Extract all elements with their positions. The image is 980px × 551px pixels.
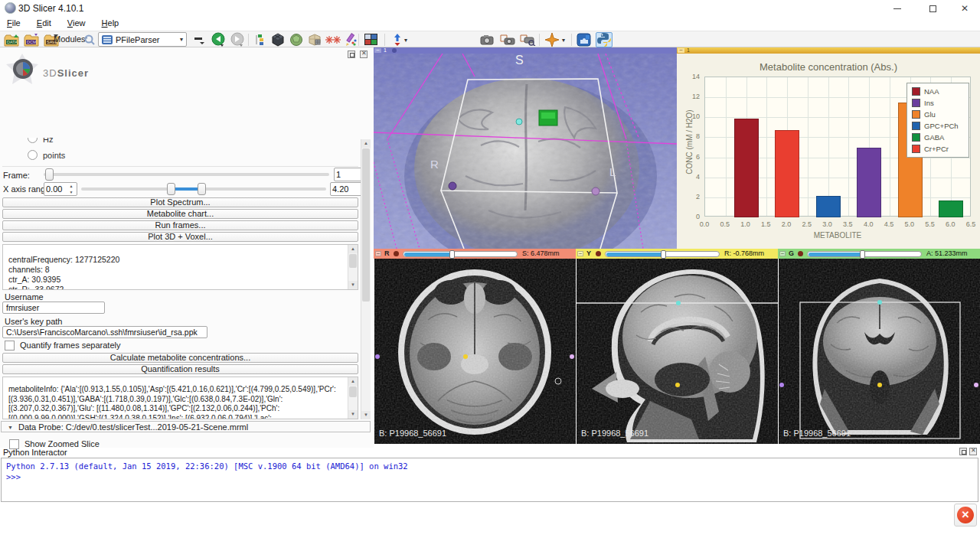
- slice-controller-red[interactable]: – R S: 6.478mm: [374, 249, 576, 259]
- radio-points[interactable]: [28, 150, 38, 160]
- close-panel-icon[interactable]: [360, 51, 368, 58]
- slice-offset-slider[interactable]: [605, 251, 720, 257]
- extensions-icon[interactable]: [576, 32, 593, 47]
- viewers-icon[interactable]: [389, 32, 406, 47]
- module-icon: [102, 35, 113, 44]
- forward-icon[interactable]: [229, 32, 246, 47]
- xaxis-max-input[interactable]: [332, 184, 358, 194]
- window-restore-button[interactable]: [917, 0, 948, 17]
- slice-offset-slider[interactable]: [807, 251, 922, 257]
- view-3d-header[interactable]: – 1: [374, 47, 677, 54]
- radio-points-label: points: [43, 151, 65, 160]
- undock-console-icon[interactable]: [959, 448, 967, 455]
- markups-icon[interactable]: [325, 32, 341, 47]
- quantification-results-button[interactable]: Quantification results: [2, 364, 358, 374]
- radio-row-hz[interactable]: Hz: [0, 138, 345, 147]
- python-console[interactable]: Python 2.7.13 (default, Jan 15 2019, 22:…: [1, 458, 978, 502]
- username-input[interactable]: [2, 302, 105, 314]
- undock-panel-icon[interactable]: [348, 51, 355, 58]
- view-3d-canvas[interactable]: S R L: [374, 54, 677, 249]
- collapse-view-icon[interactable]: –: [375, 251, 381, 256]
- xaxis-range-handle-low[interactable]: [167, 183, 175, 195]
- metabolite-info-textbox[interactable]: metaboliteInfo: {'Ala':[(0.913,1.55,0.10…: [2, 377, 358, 419]
- module-selector-combobox[interactable]: PFileParser ▾: [98, 32, 187, 47]
- load-dicom-icon[interactable]: DCM: [23, 32, 40, 47]
- subject-hierarchy-icon[interactable]: [253, 32, 270, 47]
- legend-label: GPC+PCh: [924, 122, 959, 130]
- plot-3d-voxel-button[interactable]: Plot 3D + Voxel...: [2, 232, 358, 242]
- xaxis-min-spinbox[interactable]: ▲▼: [44, 182, 77, 196]
- window-minimize-button[interactable]: [882, 0, 913, 17]
- pin-icon[interactable]: [596, 251, 601, 256]
- chart-view-header[interactable]: – 1: [677, 47, 980, 54]
- slice-view-coronal[interactable]: B: P19968_56691: [779, 259, 980, 444]
- legend-entry: Glu: [912, 109, 964, 120]
- layout-selector-icon[interactable]: [363, 32, 380, 47]
- toolbar-separator: [384, 34, 385, 46]
- pin-icon[interactable]: [798, 251, 803, 256]
- radio-hz[interactable]: [28, 138, 38, 143]
- pin-icon[interactable]: [394, 251, 399, 256]
- radio-row-points[interactable]: points: [0, 150, 345, 162]
- menu-edit[interactable]: Edit: [30, 17, 58, 29]
- python-console-icon[interactable]: [596, 32, 612, 47]
- info-scrollbar[interactable]: ▲ ▼: [348, 245, 358, 289]
- xaxis-min-input[interactable]: [46, 184, 66, 194]
- xaxis-range-handle-high[interactable]: [198, 183, 206, 195]
- collapse-view-icon[interactable]: –: [678, 48, 684, 53]
- chart-view[interactable]: – 1 Metabolite concentration (Abs.) 0.00…: [677, 47, 980, 249]
- frame-slider-handle[interactable]: [45, 168, 54, 181]
- menu-help[interactable]: Help: [95, 17, 126, 29]
- metabolite-info-scrollbar[interactable]: ▲ ▼: [348, 377, 358, 419]
- close-console-icon[interactable]: [969, 448, 977, 455]
- collapse-view-icon[interactable]: –: [779, 251, 786, 256]
- slice-offset-slider[interactable]: [403, 251, 518, 257]
- x-tick-label: 6.5: [966, 220, 976, 228]
- frame-value-input[interactable]: [336, 169, 358, 180]
- xaxis-range-slider[interactable]: [81, 183, 326, 195]
- panel-scrollbar[interactable]: ▲ ▼: [361, 139, 371, 419]
- x-tick-label: 5.5: [925, 220, 935, 228]
- chevron-down-icon[interactable]: ▾: [404, 37, 407, 44]
- close-python-button[interactable]: ✕: [954, 504, 977, 527]
- run-frames-button[interactable]: Run frames...: [2, 220, 358, 230]
- back-icon[interactable]: [210, 32, 227, 47]
- module-history-icon[interactable]: [191, 32, 208, 47]
- load-data-icon[interactable]: DATA: [3, 32, 20, 47]
- models-icon[interactable]: [288, 32, 305, 47]
- pin-icon[interactable]: [392, 48, 397, 53]
- legend-swatch: [912, 133, 920, 142]
- chevron-down-icon[interactable]: ▾: [562, 37, 565, 44]
- menu-view[interactable]: View: [60, 17, 93, 29]
- slice-view-axial[interactable]: B: P19968_56691: [374, 259, 576, 444]
- annotations-icon[interactable]: [341, 32, 358, 47]
- radio-hz-label: Hz: [43, 138, 53, 144]
- crosshair-icon[interactable]: [544, 32, 560, 47]
- frame-slider[interactable]: [44, 168, 329, 181]
- quantify-checkbox-label: Quantify frames separately: [20, 341, 120, 350]
- calculate-concentrations-button[interactable]: Calculate metabolite concentrations...: [2, 353, 358, 363]
- sceneview-restore-icon[interactable]: [519, 32, 536, 47]
- volumes-icon[interactable]: [306, 32, 323, 47]
- metabolite-chart-button[interactable]: Metabolite chart...: [2, 209, 358, 219]
- sample-data-icon[interactable]: [270, 32, 286, 47]
- screenshot-icon[interactable]: [479, 32, 496, 47]
- slice-view-sagittal[interactable]: B: P19968_56691: [577, 259, 778, 444]
- slice-letter: G: [789, 249, 794, 257]
- legend-swatch: [912, 145, 920, 153]
- collapse-view-icon[interactable]: –: [577, 251, 583, 256]
- collapse-view-icon[interactable]: –: [374, 48, 381, 53]
- menu-file[interactable]: File: [0, 17, 28, 29]
- sceneview-camera-icon[interactable]: [499, 32, 516, 47]
- data-probe-collapsible[interactable]: ▼ Data Probe: C:/dev/0.test/slicerTest..…: [1, 421, 371, 432]
- slice-controller-green[interactable]: – G A: 51.233mm: [778, 249, 980, 259]
- header-info-textbox[interactable]: centralFrequency: 1277125220 channels: 8…: [2, 244, 358, 290]
- view-3d[interactable]: – 1: [374, 47, 677, 249]
- x-tick-label: 1.0: [740, 220, 750, 228]
- quantify-checkbox[interactable]: [5, 341, 15, 350]
- slice-controller-yellow[interactable]: – Y R: -0.768mm: [576, 249, 778, 259]
- keypath-input[interactable]: [2, 326, 207, 338]
- search-icon[interactable]: [81, 32, 98, 47]
- window-close-button[interactable]: ✕: [949, 0, 980, 17]
- plot-spectrum-button[interactable]: Plot Spectrum...: [2, 197, 358, 207]
